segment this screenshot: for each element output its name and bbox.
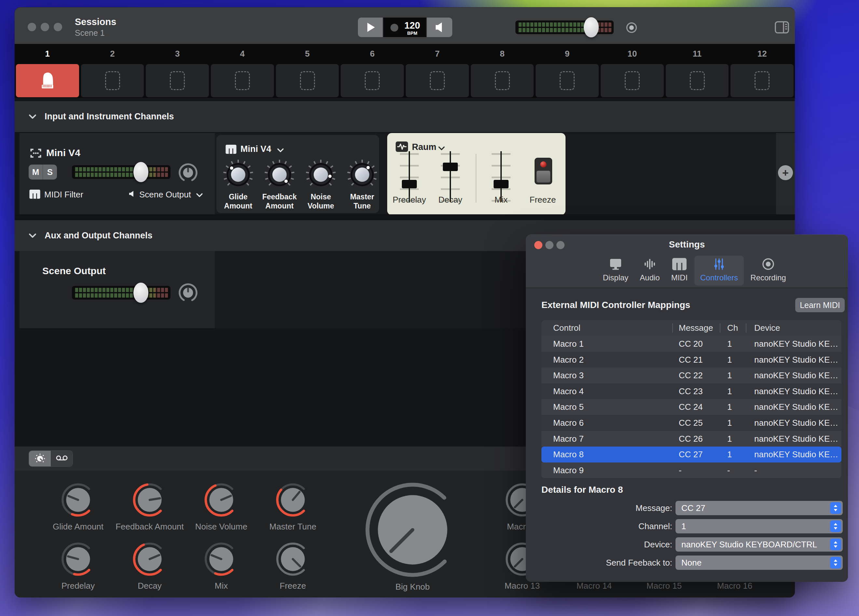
bpm-value[interactable]: 120 — [401, 20, 424, 31]
window-zoom-button[interactable] — [54, 23, 62, 31]
channel-meter-handle[interactable] — [133, 162, 148, 182]
field-select-3[interactable]: nanoKEY Studio KEYBOARD/CTRL — [675, 537, 843, 552]
raum-slider-decay[interactable]: Decay — [433, 151, 468, 206]
select-value: CC 27 — [681, 501, 706, 515]
stepper-icon[interactable] — [830, 539, 841, 550]
channel-name[interactable]: Mini V4 — [46, 147, 80, 158]
macro-knob[interactable] — [275, 541, 311, 577]
scene-slot-2[interactable] — [81, 64, 144, 97]
section-input-channels[interactable]: Input and Instrument Channels — [15, 101, 795, 132]
col-ch[interactable]: Ch — [727, 320, 738, 336]
scene-number-7: 7 — [406, 44, 469, 64]
metronome-button[interactable] — [427, 17, 452, 37]
stepper-icon[interactable] — [830, 502, 841, 514]
scene-slot-4[interactable] — [211, 64, 274, 97]
column-separator — [746, 323, 747, 333]
record-icon[interactable] — [626, 22, 637, 33]
cell-message: CC 26 — [679, 431, 703, 447]
macro-knob[interactable] — [132, 482, 167, 518]
titlebar: Sessions Scene 1 120 BPM — [15, 8, 795, 44]
device-raum-title[interactable]: Raum — [412, 142, 436, 152]
mapping-row-macro-9[interactable]: Macro 9 - - - — [542, 463, 842, 479]
pan-knob[interactable] — [176, 281, 200, 304]
col-message[interactable]: Message — [679, 320, 713, 336]
tab-recording[interactable]: Recording — [744, 256, 793, 285]
macro-knob[interactable] — [275, 482, 311, 518]
macro-knob[interactable] — [132, 541, 167, 577]
tape-view-toggle[interactable] — [51, 451, 73, 466]
macro-knob[interactable] — [203, 482, 239, 518]
mini-knob-4: MasterTune — [341, 158, 383, 211]
learn-midi-button[interactable]: Learn MIDI — [795, 298, 845, 312]
scene-slot-6[interactable] — [340, 64, 404, 97]
macro-knob[interactable] — [361, 478, 465, 582]
mapping-row-macro-2[interactable]: Macro 2 CC 21 1 nanoKEY Studio KE… — [542, 352, 842, 368]
scene-meter-handle[interactable] — [133, 282, 148, 303]
cell-message: CC 22 — [679, 368, 703, 384]
stepper-icon[interactable] — [830, 520, 841, 532]
field-select-1[interactable]: CC 27 — [675, 501, 843, 515]
scene-output-meter[interactable] — [72, 286, 170, 299]
macro-knob[interactable] — [203, 541, 239, 577]
pan-knob[interactable] — [176, 161, 200, 184]
cell-control: Macro 2 — [553, 352, 584, 368]
scene-output-name[interactable]: Scene Output — [42, 265, 106, 276]
scene-slot-12[interactable] — [731, 64, 793, 97]
add-device-button[interactable]: + — [778, 165, 793, 180]
solo-button[interactable]: S — [43, 165, 57, 179]
scene-slot-7[interactable] — [406, 64, 469, 97]
tap-tempo-dot[interactable] — [390, 24, 398, 31]
mute-button[interactable]: M — [29, 165, 43, 179]
tab-controllers[interactable]: Controllers — [695, 256, 743, 285]
slider-cap[interactable] — [494, 180, 509, 188]
slider-cap[interactable] — [402, 180, 417, 188]
scene-slot-11[interactable] — [666, 64, 729, 97]
synth-knob[interactable] — [346, 158, 378, 191]
synth-knob[interactable] — [305, 158, 337, 191]
window-minimize-button[interactable] — [41, 23, 49, 31]
mapping-row-macro-5[interactable]: Macro 5 CC 24 1 nanoKEY Studio KE… — [542, 399, 842, 415]
chevron-down-icon — [28, 232, 37, 239]
tempo-display[interactable]: 120 BPM — [383, 17, 426, 37]
midi-filter-button[interactable]: MIDI Filter — [44, 190, 83, 200]
scene-slot-5[interactable] — [276, 64, 339, 97]
scene-slot-3[interactable] — [146, 64, 209, 97]
synth-knob[interactable] — [222, 158, 255, 191]
scene-slot-1[interactable] — [16, 64, 79, 97]
mapping-row-macro-7[interactable]: Macro 7 CC 26 1 nanoKEY Studio KE… — [542, 431, 842, 447]
device-mini-title[interactable]: Mini V4 — [241, 144, 271, 154]
mapping-row-macro-8[interactable]: Macro 8 CC 27 1 nanoKEY Studio KE… — [542, 446, 842, 463]
window-close-button[interactable] — [28, 23, 36, 31]
macro-knob[interactable] — [60, 541, 96, 577]
section-input-label: Input and Instrument Channels — [45, 112, 174, 122]
field-select-2[interactable]: 1 — [675, 519, 843, 533]
col-device[interactable]: Device — [754, 320, 780, 336]
mapping-row-macro-6[interactable]: Macro 6 CC 25 1 nanoKEY Studio KE… — [542, 415, 842, 431]
mapping-row-macro-3[interactable]: Macro 3 CC 22 1 nanoKEY Studio KE… — [542, 368, 842, 384]
raum-divider — [476, 154, 476, 203]
mapping-row-macro-4[interactable]: Macro 4 CC 23 1 nanoKEY Studio KE… — [542, 384, 842, 399]
raum-slider-mix[interactable]: Mix — [483, 151, 519, 206]
channel-meter[interactable] — [72, 165, 170, 179]
empty-clip-icon — [495, 71, 510, 90]
synth-knob[interactable] — [263, 158, 296, 191]
field-select-4[interactable]: None — [675, 555, 843, 570]
master-meter-handle[interactable] — [584, 17, 599, 37]
scene-slot-10[interactable] — [601, 64, 664, 97]
col-control[interactable]: Control — [553, 320, 581, 336]
freeze-toggle[interactable] — [534, 158, 552, 184]
controllers-icon — [712, 257, 726, 271]
knob-view-toggle[interactable] — [29, 451, 51, 466]
scene-slot-9[interactable] — [536, 64, 599, 97]
slider-cap[interactable] — [443, 163, 458, 171]
macro-knob[interactable] — [60, 482, 96, 518]
table-rows: Macro 1 CC 20 1 nanoKEY Studio KE…Macro … — [542, 336, 842, 478]
sidebar-panel-icon[interactable] — [775, 20, 789, 34]
master-meter[interactable] — [515, 20, 614, 34]
raum-slider-predelay[interactable]: Predelay — [391, 151, 427, 206]
play-button[interactable] — [358, 17, 383, 37]
channel-output-selector[interactable]: Scene Output — [139, 190, 191, 200]
stepper-icon[interactable] — [830, 557, 841, 569]
mapping-row-macro-1[interactable]: Macro 1 CC 20 1 nanoKEY Studio KE… — [542, 336, 842, 352]
scene-slot-8[interactable] — [471, 64, 534, 97]
